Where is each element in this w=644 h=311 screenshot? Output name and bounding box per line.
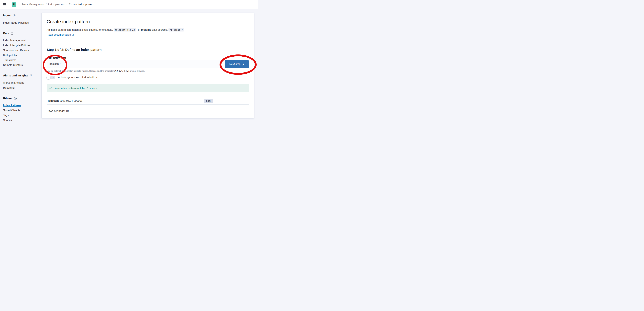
sidebar-item-transforms[interactable]: Transforms	[3, 58, 40, 63]
breadcrumb: Stack Management / Index patterns / Crea…	[22, 0, 94, 9]
code-example-single: filebeat-4-3-22	[114, 28, 136, 31]
help-icon[interactable]: ?	[11, 32, 13, 35]
include-hidden-indices-label[interactable]: Include system and hidden indices	[58, 76, 98, 79]
sidebar-item-advanced-settings[interactable]: Advanced Settings	[3, 123, 40, 124]
top-header: D Stack Management / Index patterns / Cr…	[0, 0, 258, 9]
sidebar-item-snapshot-and-restore[interactable]: Snapshot and Restore	[3, 48, 40, 53]
space-avatar[interactable]: D	[12, 2, 16, 7]
rows-per-page-label: Rows per page: 10	[47, 110, 69, 112]
index-pattern-name-input[interactable]: logstash-*	[47, 60, 220, 68]
breadcrumb-stack-management[interactable]: Stack Management	[22, 3, 44, 6]
rows-per-page-button[interactable]: Rows per page: 10	[47, 110, 72, 112]
sidebar-group-title-label: Data	[3, 32, 9, 35]
index-name-match: logstash-	[48, 99, 60, 102]
help-icon[interactable]: ?	[30, 74, 32, 77]
helper-part: are not allowed.	[130, 70, 145, 72]
sidebar-item-index-patterns[interactable]: Index Patterns	[3, 103, 40, 108]
read-documentation-label: Read documentation	[47, 33, 71, 36]
next-step-label: Next step	[230, 63, 240, 66]
check-icon	[49, 87, 52, 90]
breadcrumb-separator: /	[46, 3, 46, 6]
external-link-icon	[72, 34, 74, 36]
sidebar-item-saved-objects[interactable]: Saved Objects	[3, 108, 40, 113]
helper-part: Use an asterisk (*) to match multiple in…	[47, 70, 115, 72]
index-pattern-name-label: Index pattern name	[47, 57, 249, 59]
sidebar-item-index-management[interactable]: Index Management	[3, 38, 40, 43]
success-callout-text: Your index pattern matches 1 source.	[54, 87, 98, 90]
sidebar-group-ingest: Ingest ? Ingest Node Pipelines	[3, 14, 40, 25]
step-heading: Step 1 of 2: Define an index pattern	[47, 48, 249, 52]
sidebar-group-title: Kibana ?	[3, 97, 40, 100]
table-row: logstash-2021.03.04-000001 Index	[47, 97, 249, 104]
chevron-down-icon	[70, 110, 72, 112]
help-icon[interactable]: ?	[13, 14, 16, 17]
code-example-wildcard: filebeat-*	[168, 28, 184, 31]
index-pattern-field-row: logstash-* Next step	[47, 60, 249, 68]
sidebar-group-kibana: Kibana ? Index Patterns Saved Objects Ta…	[3, 97, 40, 124]
sidebar-group-title: Data ?	[3, 32, 40, 35]
management-sidebar: Ingest ? Ingest Node Pipelines Data ? In…	[0, 9, 42, 124]
intro-part: data sources,	[152, 28, 168, 31]
sidebar-group-title: Alerts and Insights ?	[3, 74, 40, 77]
intro-part: , or	[136, 28, 140, 31]
include-hidden-indices-toggle[interactable]: ✕	[47, 76, 55, 79]
intro-bold: multiple	[141, 28, 151, 31]
success-callout: Your index pattern matches 1 source.	[47, 84, 249, 92]
toggle-knob	[46, 76, 50, 79]
sidebar-group-title-label: Alerts and Insights	[3, 74, 28, 77]
toggle-off-icon: ✕	[52, 77, 54, 79]
breadcrumb-separator: /	[66, 3, 67, 6]
menu-icon[interactable]	[3, 3, 6, 6]
sidebar-item-ingest-node-pipelines[interactable]: Ingest Node Pipelines	[3, 20, 40, 25]
helper-forbidden-chars: \, /, ?, ", <, >, |	[115, 70, 129, 72]
section-divider	[47, 41, 249, 41]
sidebar-item-tags[interactable]: Tags	[3, 113, 40, 118]
breadcrumb-create-index-pattern: Create index pattern	[69, 3, 94, 6]
next-step-button[interactable]: Next step	[225, 60, 249, 68]
matching-sources-table: logstash-2021.03.04-000001 Index	[47, 97, 249, 105]
sidebar-item-remote-clusters[interactable]: Remote Clusters	[3, 63, 40, 68]
index-pattern-input-value: logstash-*	[49, 62, 60, 66]
sidebar-item-rollup-jobs[interactable]: Rollup Jobs	[3, 53, 40, 58]
sidebar-group-title: Ingest ?	[3, 14, 40, 17]
sidebar-group-title-label: Ingest	[3, 14, 11, 17]
index-name-rest: 2021.03.04-000001	[60, 99, 82, 102]
intro-part: An index pattern can match a single sour…	[47, 28, 113, 31]
page-title: Create index pattern	[47, 19, 249, 24]
help-icon[interactable]: ?	[14, 97, 16, 100]
sidebar-item-spaces[interactable]: Spaces	[3, 118, 40, 123]
index-type-badge: Index	[204, 99, 213, 103]
sidebar-item-reporting[interactable]: Reporting	[3, 85, 40, 90]
breadcrumb-index-patterns[interactable]: Index patterns	[48, 3, 65, 6]
create-index-pattern-panel: Create index pattern An index pattern ca…	[42, 13, 254, 118]
sidebar-group-alerts-and-insights: Alerts and Insights ? Alerts and Actions…	[3, 74, 40, 90]
sidebar-item-alerts-and-actions[interactable]: Alerts and Actions	[3, 80, 40, 85]
read-documentation-link[interactable]: Read documentation	[47, 33, 74, 36]
sidebar-group-data: Data ? Index Management Index Lifecycle …	[3, 32, 40, 68]
include-hidden-indices-row: ✕ Include system and hidden indices	[47, 76, 249, 79]
intro-part: .	[184, 28, 185, 31]
intro-text: An index pattern can match a single sour…	[47, 28, 249, 32]
chevron-right-icon	[242, 63, 244, 65]
input-helper-text: Use an asterisk (*) to match multiple in…	[47, 70, 249, 72]
header-divider	[19, 2, 19, 9]
sidebar-group-title-label: Kibana	[3, 97, 12, 100]
sidebar-item-index-lifecycle-policies[interactable]: Index Lifecycle Policies	[3, 43, 40, 48]
